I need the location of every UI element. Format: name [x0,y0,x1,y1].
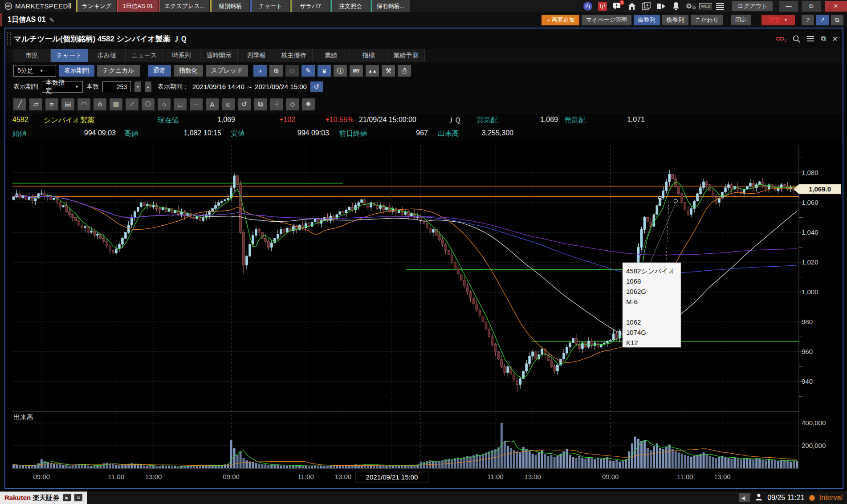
reset-period-button[interactable]: ↺ [310,81,323,92]
menu-hamburger-icon[interactable] [715,1,725,11]
revert-tool[interactable]: ↺ [238,98,251,110]
bar-count-input[interactable]: 253 [102,81,131,92]
expand-right-icon[interactable]: ▶ [63,494,71,501]
link-icon[interactable]: 1 [776,36,786,41]
zoom-out-button[interactable]: ⊖ [285,65,299,77]
menu-tab-ザラバ7[interactable]: ザラバ7 [290,0,330,12]
horizontal-line-tool[interactable]: ─ [190,98,203,110]
menu-tab-チャート[interactable]: チャート [250,0,289,12]
popout-arrow-button[interactable]: ↗ [816,15,829,25]
window-menu-icon[interactable] [806,36,814,42]
tab-四季報[interactable]: 四季報 [238,49,275,62]
copy-tool[interactable]: ⧉ [254,98,267,110]
count-down-button[interactable]: ▼ [134,81,141,92]
spread-button[interactable]: スプレッド [206,65,248,77]
mypage-button[interactable]: マイページ管理 [582,15,631,25]
bell-icon[interactable] [671,1,681,11]
fixed-button[interactable]: 固定 [731,15,751,25]
print-button[interactable]: ⎙ [398,65,411,77]
tab-業績[interactable]: 業績 [313,49,350,62]
price-mode-button[interactable]: ¥ [318,65,331,77]
add-window-icon[interactable] [641,1,652,11]
custom-button[interactable]: こだわり [691,15,723,25]
count-up-button[interactable]: ▲ [145,81,151,92]
menu-tab-1日信AS 01[interactable]: 1日信AS 01 [117,0,158,12]
tab-歩み値[interactable]: 歩み値 [88,49,126,62]
multi-lines-tool[interactable]: ▤ [61,98,74,110]
menu-tab-ランキング[interactable]: ランキング [76,0,116,12]
vertical-lines-tool[interactable]: ▥ [110,98,122,110]
restore-button[interactable]: ⧉ [802,1,821,12]
chart-window-blue-icon[interactable] [582,1,593,11]
technical-button[interactable]: テクニカル [97,65,140,77]
window-titlebar[interactable]: マルチツール(個別銘柄) 4582 シンバイオ製薬 ＪＱ 1 ⧉ ✕ [5,28,843,49]
text-tool[interactable]: A [206,98,219,110]
menu-tab-保有銘柄...[interactable]: 保有銘柄... [371,0,410,12]
candlestick-chart[interactable]: 1,0801,0601,0401,0201,000980960940400,00… [5,141,842,488]
icon-stamp-tool[interactable]: ☺ [222,98,235,110]
edit-pencil-icon[interactable]: ✎ [49,16,54,24]
window-close-icon[interactable]: ✕ [832,35,838,43]
tab-市況[interactable]: 市況 [13,49,51,62]
prev-close-value: 967 [392,129,428,137]
chart-area[interactable]: 1,0801,0601,0401,0201,000980960940400,00… [5,141,843,488]
settings-gear-icon[interactable]: ⚙⚙ [685,1,696,11]
eraser-tool[interactable]: ◇ [286,98,299,110]
window-restore-icon[interactable]: ⧉ [821,35,826,43]
menu-tab-エクスプレス...[interactable]: エクスプレス... [159,0,209,12]
collapse-left-icon[interactable]: ◀▏ [739,493,750,502]
news-alert-icon[interactable]: N [612,1,623,11]
tab-ニュース[interactable]: ニュース [126,49,163,62]
rectangle-tool[interactable]: □ [174,98,187,110]
timeframe-select[interactable]: 5分足▼ [13,65,56,77]
add-compare-button[interactable]: ＋ [253,65,267,77]
hand-tool[interactable]: ☟ [270,98,283,110]
horizontal-align-button[interactable]: 横整列 [662,15,688,25]
normal-mode-button[interactable]: 通常 [148,65,171,77]
chart-window-red-icon[interactable] [597,1,608,11]
ruler-tool[interactable]: ▱ [29,98,42,110]
order-button[interactable]: 注文▼ [761,15,795,25]
tab-業績予測[interactable]: 業績予測 [387,49,425,62]
display-period-button[interactable]: 表示期間 [59,65,94,77]
web-link-icon[interactable]: WEB [700,1,711,11]
menu-tab-注文照会[interactable]: 注文照会 [330,0,370,12]
duplicate-window-button[interactable]: ⧉ [831,15,843,25]
ray-lines-tool[interactable]: ⟋ [126,98,138,110]
my-chart-button[interactable]: MY [350,65,363,77]
vertical-align-button[interactable]: 縦整列 [634,15,660,25]
side-panel-icon[interactable] [656,1,667,11]
draw-mode-button[interactable]: ✎ [301,65,315,77]
volume-value: 3,255,300 [460,129,513,137]
user-icon[interactable] [755,493,763,503]
index-mode-button[interactable]: 指数化 [174,65,203,77]
zoom-in-button[interactable]: ⊕ [269,65,283,77]
help-button[interactable]: ? [802,15,814,25]
menu-tab-個別銘柄[interactable]: 個別銘柄 [210,0,249,12]
svg-text:1,080: 1,080 [802,169,818,176]
panel-icon[interactable]: ⧉ [74,494,82,501]
chart-settings-button[interactable]: ⚒ [382,65,395,77]
info-button[interactable]: ⓘ [334,65,347,77]
trendline-tool[interactable]: ╱ [13,98,26,110]
tab-株主優待[interactable]: 株主優待 [275,49,313,62]
ellipse-tool[interactable]: ○ [158,98,171,110]
tab-チャート[interactable]: チャート [51,49,88,62]
polygon-tool[interactable]: ⎔ [142,98,155,110]
tab-時系列[interactable]: 時系列 [163,49,200,62]
tab-指標[interactable]: 指標 [350,49,387,62]
chart-style-button[interactable]: ▲▲ [366,65,379,77]
close-button[interactable]: ✕ [825,1,847,12]
drag-grip[interactable] [7,32,11,45]
parallel-lines-tool[interactable]: ≡ [45,98,58,110]
period-mode-select[interactable]: 本数指定▼ [42,81,83,93]
logout-button[interactable]: ログアウト [732,1,773,11]
home-icon[interactable] [627,1,637,11]
search-icon[interactable] [793,35,800,43]
tab-適時開示[interactable]: 適時開示 [200,49,238,62]
minimize-button[interactable]: — [779,1,798,12]
erase-all-tool[interactable]: ❖ [302,98,315,110]
fan-lines-tool[interactable]: ⋔ [94,98,106,110]
add-screen-button[interactable]: ＋画面追加 [542,15,579,25]
arc-tool[interactable]: ◠ [77,98,90,110]
